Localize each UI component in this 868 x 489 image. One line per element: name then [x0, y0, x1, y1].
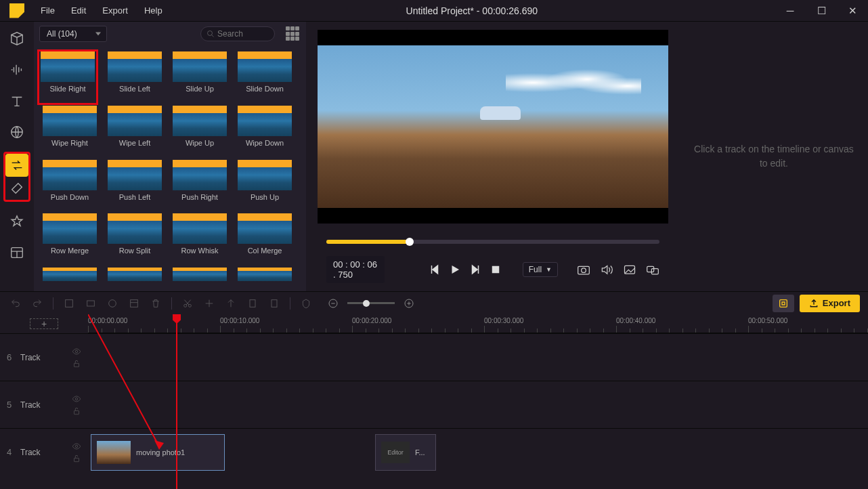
lock-icon[interactable]: [72, 454, 81, 463]
close-button[interactable]: ✕: [837, 0, 868, 22]
transition-slide-down[interactable]: Slide Down: [234, 51, 295, 103]
transition-slide-right[interactable]: Slide Right: [37, 49, 98, 105]
filter-dropdown[interactable]: All (104): [39, 26, 107, 42]
transition-label: Row Split: [104, 247, 165, 255]
delete-button[interactable]: [148, 296, 163, 311]
svg-rect-15: [250, 299, 255, 307]
prev-frame-button[interactable]: [428, 263, 441, 276]
ruler-label: 00:00:10.000: [220, 317, 259, 324]
visibility-icon[interactable]: [72, 394, 81, 404]
video-preview[interactable]: [318, 30, 668, 224]
snapshot-icon[interactable]: [577, 264, 590, 275]
export-settings-button[interactable]: [773, 295, 794, 312]
transition-slide-left[interactable]: Slide Left: [104, 51, 165, 103]
export-button[interactable]: Export: [800, 295, 860, 312]
stop-button[interactable]: [489, 263, 502, 276]
lock-icon[interactable]: [72, 406, 81, 416]
tool-9[interactable]: [267, 296, 282, 311]
track-header-4[interactable]: 4Track: [0, 428, 88, 475]
transition-label: Row Whisk: [169, 247, 230, 255]
sidebar-audio-icon[interactable]: [5, 58, 28, 81]
zoom-in-button[interactable]: [402, 296, 416, 311]
transition-partial[interactable]: [234, 268, 295, 291]
sidebar-overlay-icon[interactable]: [5, 177, 28, 200]
clip-thumbnail: [97, 441, 131, 464]
transition-slide-up[interactable]: Slide Up: [169, 51, 230, 103]
undo-button[interactable]: [8, 296, 23, 311]
track-row-6[interactable]: [88, 333, 868, 381]
svg-point-22: [75, 398, 78, 400]
transition-thumbnail: [238, 160, 292, 190]
sidebar-text-icon[interactable]: [5, 89, 28, 112]
search-box[interactable]: [200, 26, 275, 41]
visibility-icon[interactable]: [72, 347, 81, 356]
svg-rect-16: [272, 299, 277, 307]
menu-export[interactable]: Export: [95, 3, 135, 18]
transition-row-split[interactable]: Row Split: [104, 213, 165, 265]
clip-editor[interactable]: Editor F...: [375, 434, 436, 471]
visibility-icon[interactable]: [72, 442, 81, 451]
transition-push-left[interactable]: Push Left: [104, 160, 165, 211]
transition-wipe-right[interactable]: Wipe Right: [39, 106, 100, 157]
transition-wipe-left[interactable]: Wipe Left: [104, 106, 165, 157]
transition-push-up[interactable]: Push Up: [234, 160, 295, 211]
sidebar-effect-icon[interactable]: [5, 121, 28, 144]
sidebar-media-icon[interactable]: [5, 27, 28, 50]
timeline-ruler[interactable]: 00:00:00.00000:00:10.00000:00:20.00000:0…: [88, 314, 868, 333]
search-input[interactable]: [217, 29, 265, 39]
ruler-label: 00:00:00.000: [88, 317, 127, 324]
zoom-out-button[interactable]: [326, 296, 341, 311]
clip-moving-photo1[interactable]: moving photo1: [91, 434, 225, 471]
tool-3[interactable]: [105, 296, 120, 311]
track-header-5[interactable]: 5Track: [0, 381, 88, 428]
tool-8[interactable]: [245, 296, 260, 311]
marker-button[interactable]: [299, 296, 313, 311]
add-track-button[interactable]: +: [30, 318, 58, 329]
zoom-slider[interactable]: [347, 302, 395, 304]
transition-thumbnail: [43, 160, 97, 190]
transition-wipe-up[interactable]: Wipe Up: [169, 106, 230, 157]
cut-button[interactable]: [180, 296, 195, 311]
menu-help[interactable]: Help: [137, 3, 169, 18]
menu-file[interactable]: File: [34, 3, 62, 18]
transition-partial[interactable]: [169, 268, 230, 291]
sidebar-favorite-icon[interactable]: [5, 210, 28, 233]
play-button[interactable]: [448, 263, 462, 276]
transition-thumbnail: [108, 160, 162, 190]
track-header-6[interactable]: 6Track: [0, 333, 88, 381]
transition-wipe-down[interactable]: Wipe Down: [234, 106, 295, 157]
tool-4[interactable]: [127, 296, 142, 311]
minimize-button[interactable]: ─: [775, 0, 806, 22]
transition-partial[interactable]: [104, 268, 165, 291]
tool-6[interactable]: [202, 296, 217, 311]
preview-scrubber[interactable]: [326, 240, 659, 244]
crop-icon[interactable]: [623, 264, 636, 275]
transition-partial[interactable]: [39, 268, 100, 291]
track-row-5[interactable]: [88, 381, 868, 428]
transition-row-whisk[interactable]: Row Whisk: [169, 213, 230, 265]
tool-7[interactable]: [223, 296, 238, 311]
resolution-dropdown[interactable]: Full▼: [523, 262, 558, 277]
loop-icon[interactable]: [646, 264, 659, 275]
lock-icon[interactable]: [72, 359, 81, 368]
playhead[interactable]: [176, 314, 177, 489]
clip-editor-thumb: Editor: [381, 442, 410, 463]
transition-push-down[interactable]: Push Down: [39, 160, 100, 211]
tool-2[interactable]: [83, 296, 98, 311]
track-row-4[interactable]: moving photo1 Editor F...: [88, 428, 868, 475]
maximize-button[interactable]: ☐: [806, 0, 837, 22]
grid-view-icon[interactable]: [286, 26, 301, 41]
transition-label: Push Up: [234, 193, 295, 201]
svg-rect-3: [492, 266, 499, 274]
sidebar-layout-icon[interactable]: [5, 241, 28, 264]
transition-col-merge[interactable]: Col Merge: [234, 213, 295, 265]
redo-button[interactable]: [30, 296, 45, 311]
next-frame-button[interactable]: [469, 263, 482, 276]
transition-row-merge[interactable]: Row Merge: [39, 213, 100, 265]
menu-edit[interactable]: Edit: [64, 3, 93, 18]
volume-icon[interactable]: [600, 264, 613, 275]
transition-push-right[interactable]: Push Right: [169, 160, 230, 211]
sidebar-transition-icon[interactable]: [5, 154, 28, 177]
tool-1[interactable]: [62, 296, 77, 311]
transition-label: Push Left: [104, 193, 165, 201]
